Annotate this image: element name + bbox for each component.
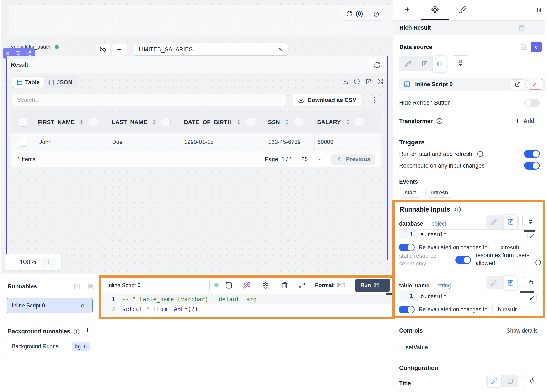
sort-icon[interactable] [345,119,351,125]
static-mode-pencil-icon[interactable] [405,61,411,67]
download-icon[interactable] [342,78,348,85]
table-search-input[interactable]: Search... [12,94,286,106]
column-header[interactable]: SALARY [317,119,341,126]
column-header[interactable]: FIRST_NAME [37,119,75,126]
sort-icon[interactable] [236,119,242,125]
anchor-icon[interactable] [27,51,33,56]
table-row[interactable]: John Doe 1990-01-15 123-45-6789 60000 [11,133,382,151]
more-options-icon[interactable] [370,96,379,105]
info-icon[interactable] [73,329,80,335]
page-size-select[interactable]: 25 [297,153,327,165]
doc-icon[interactable] [520,44,526,50]
row-checkbox[interactable] [19,138,27,147]
insert-component-tab-icon[interactable] [404,7,410,13]
expand-expr-icon[interactable] [528,294,537,302]
empty-component-slot-left[interactable] [9,5,196,37]
open-script-button[interactable] [511,80,524,89]
column-header[interactable]: DATE_OF_BIRTH [184,119,232,126]
column-header[interactable]: LAST_NAME [112,119,147,126]
template-mode-f-icon[interactable] [422,61,428,67]
show-details-link[interactable]: Show details [507,328,538,334]
expand-editor-icon[interactable] [299,282,305,289]
doc-icon[interactable] [87,283,94,290]
sort-icon[interactable] [151,119,157,125]
add-transformer-button[interactable]: Add [507,114,542,128]
result-refresh-button[interactable] [369,59,385,71]
sort-icon[interactable] [284,119,290,125]
history-button[interactable] [369,7,384,20]
column-toggle[interactable] [89,118,98,126]
database-icon[interactable] [225,282,232,289]
eval-mode-active-button[interactable] [503,276,518,290]
reeval-toggle[interactable] [399,306,415,313]
run-button[interactable]: Run [355,279,390,292]
table-name-input[interactable]: LIMITED_SALARIES [134,43,288,56]
tab-table[interactable]: Table [13,77,44,88]
copy-to-clipboard-icon[interactable] [365,78,372,85]
doc-icon[interactable] [518,25,525,31]
info-icon[interactable] [535,259,541,265]
hscrollbar[interactable] [520,291,534,293]
static-mode-active-button[interactable] [487,375,501,387]
tablename-expr-editor[interactable]: 1 b.result [399,291,537,301]
event-chip-start[interactable]: start [400,188,421,198]
code-editor[interactable]: 1 2 -- ? table_name (varchar) = default … [101,293,392,317]
runnable-item-inline-script[interactable]: Inline Script 0 c [7,298,93,313]
eval-mode-active-button[interactable] [503,214,518,230]
info-icon[interactable] [455,206,461,213]
styling-tab-icon[interactable] [459,6,466,14]
clear-input-icon[interactable] [277,46,283,53]
reeval-target-chip[interactable]: b.result [492,304,522,315]
info-icon[interactable] [436,118,443,124]
template-mode-f-icon[interactable] [507,378,513,384]
editor-hscrollbar[interactable] [386,293,392,295]
column-toggle[interactable] [294,118,303,126]
connect-mode-button[interactable] [522,375,541,387]
hscrollbar[interactable] [524,230,535,232]
column-header[interactable]: SSN [268,119,280,126]
database-expr-editor[interactable]: 1 a.result [399,230,537,239]
static-mode-pencil-icon[interactable] [491,280,497,286]
code-mode-active-button[interactable] [432,55,447,73]
resources-from-users-toggle[interactable] [455,256,471,264]
tab-json[interactable]: { } JSON [44,77,77,88]
settings-tab-icon[interactable] [431,6,439,14]
select-all-checkbox[interactable] [19,118,27,127]
script-name-input[interactable]: Inline Script 0 [103,279,210,292]
format-button[interactable]: Format ⌘S [310,279,351,292]
recompute-toggle[interactable] [524,162,540,169]
static-mode-pencil-icon[interactable] [491,219,497,225]
setvalue-chip[interactable]: setValue [399,342,434,353]
expand-expr-icon[interactable] [527,232,536,240]
reeval-toggle[interactable] [399,243,415,251]
tray-icon[interactable] [74,283,80,290]
info-icon[interactable] [477,151,483,157]
fullscreen-icon[interactable] [377,78,383,85]
column-toggle[interactable] [161,118,171,126]
delete-script-button[interactable] [527,79,542,89]
connect-mode-button[interactable] [522,276,540,289]
refresh-all-button[interactable]: (0) [340,7,369,20]
hide-refresh-toggle[interactable] [524,99,540,107]
connect-mode-button[interactable] [522,215,538,228]
background-runnable-item[interactable]: Background Runna... bg_0 [7,339,93,354]
settings-gear-icon[interactable] [262,282,269,289]
ai-wand-icon[interactable] [243,282,250,289]
title-input[interactable] [399,390,544,392]
previous-page-button[interactable]: Previous [331,154,376,165]
column-toggle[interactable] [246,118,255,126]
info-icon[interactable] [354,78,360,85]
run-on-start-toggle[interactable] [524,150,540,158]
sort-icon[interactable] [79,119,85,125]
move-down-icon[interactable] [15,51,21,56]
trash-icon[interactable] [281,282,288,289]
add-table-button[interactable] [112,44,127,56]
zoom-in-button[interactable]: + [41,257,56,267]
add-background-runnable-button[interactable] [82,324,93,336]
collapse-panel-icon[interactable] [537,7,543,13]
unlink-button[interactable] [96,44,110,56]
connect-mode-button[interactable] [452,55,469,71]
component-id-chip[interactable]: c [531,42,542,52]
event-chip-refresh[interactable]: refresh [425,188,453,198]
column-toggle[interactable] [355,118,364,126]
